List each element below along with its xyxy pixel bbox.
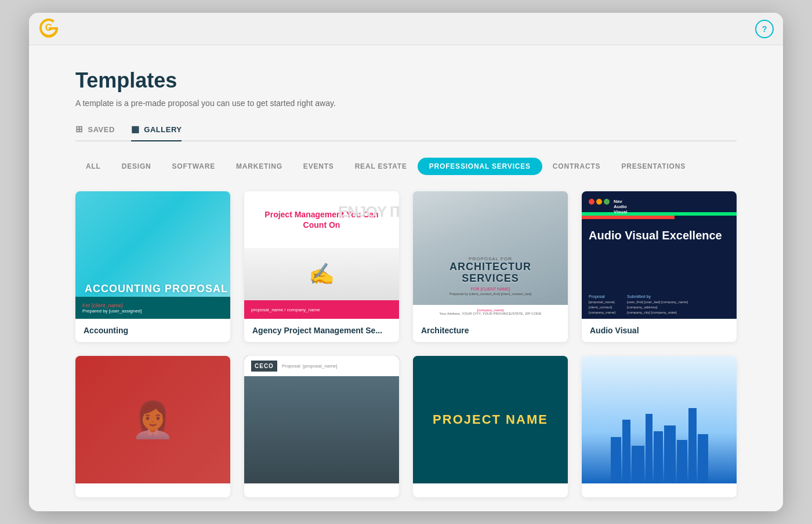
accounting-overlay-text: ACCOUNTING PROPOSAL [85,283,228,296]
arch-title: ARCHITECTUR SERVICES [422,261,559,285]
app-logo[interactable]: G [38,17,59,41]
page-title: Templates [75,68,737,93]
av-label: Audio Visual [582,319,737,342]
template-card-city[interactable] [582,356,737,497]
av-logo: Nav Audio Visual [589,199,619,205]
architecture-label: Architecture [413,319,568,342]
template-thumb-ceco: CECO Proposal: [proposal_name] [244,356,399,483]
city-buildings [611,408,708,483]
svg-text:G: G [45,23,52,32]
browser-window: G ? Templates A template is a pre-made p… [29,13,783,511]
filter-design[interactable]: DESIGN [111,158,162,175]
template-card-architecture[interactable]: PROPOSAL FOR ARCHITECTUR SERVICES FOR [C… [413,191,568,342]
agency-label: Agency Project Management Se... [244,319,399,342]
arch-footer: [company_name] Your Address, YOUR CITY, … [413,305,568,319]
ceco-header: CECO Proposal: [proposal_name] [244,356,399,376]
accounting-label: Accounting [75,319,230,342]
av-header: Nav Audio Visual [582,191,737,212]
agency-bg-text: ENJOY IT [338,203,399,221]
agency-footer: proposal_name / company_name [244,300,399,319]
template-card-accounting[interactable]: ACCOUNTING PROPOSAL For [client_name] Pr… [75,191,230,342]
filter-software[interactable]: SOFTWARE [162,158,226,175]
template-thumb-av: Nav Audio Visual Audio Visual Excellence… [582,191,737,319]
red-silhouette: 👩‍💼 [131,399,175,441]
template-card-red[interactable]: 👩‍💼 [75,356,230,497]
project-label [413,483,568,497]
filter-marketing[interactable]: MARKETING [226,158,293,175]
template-card-project[interactable]: PROJECT NAME [413,356,568,497]
filter-all[interactable]: ALL [75,158,111,175]
av-submitted-col: Submitted by [user_first] [user_last] [c… [627,294,688,314]
filter-real-estate[interactable]: REAL ESTATE [345,158,418,175]
project-name-text: PROJECT NAME [433,412,548,427]
ceco-logo: CECO [251,361,277,372]
accounting-prepared: Prepared by [user_assigned] [82,308,223,314]
page-content: Templates A template is a pre-made propo… [29,45,783,511]
template-card-av[interactable]: Nav Audio Visual Audio Visual Excellence… [582,191,737,342]
arch-bg: PROPOSAL FOR ARCHITECTUR SERVICES FOR [C… [413,191,568,305]
browser-chrome: G ? [29,13,783,45]
av-main-text: Audio Visual Excellence [582,219,737,252]
agency-hand: ✍️ [244,248,399,300]
arch-sub: FOR [CLIENT NAME] [422,287,559,291]
template-thumb-agency: Project Management You Can Count On ENJO… [244,191,399,319]
city-label [582,483,737,497]
template-thumb-project: PROJECT NAME [413,356,568,483]
filter-contracts[interactable]: CONTRACTS [542,158,611,175]
ceco-label [244,483,399,497]
tab-saved[interactable]: ⊞ SAVED [75,124,115,140]
av-bottom-cols: Proposal [proposal_name] [client_contact… [589,294,688,314]
template-card-agency-pm[interactable]: Project Management You Can Count On ENJO… [244,191,399,342]
tab-bar: ⊞ SAVED ▦ GALLERY [75,124,737,141]
page-subtitle: A template is a pre-made proposal you ca… [75,99,737,108]
template-thumb-accounting: ACCOUNTING PROPOSAL For [client_name] Pr… [75,191,230,319]
templates-grid: ACCOUNTING PROPOSAL For [client_name] Pr… [75,191,737,497]
agency-footer-text: proposal_name / company_name [251,307,320,312]
help-icon[interactable]: ? [755,20,774,38]
template-thumb-city [582,356,737,483]
red-label [75,483,230,497]
filter-professional-services[interactable]: PROFESSIONAL SERVICES [418,158,542,175]
gallery-icon: ▦ [131,124,140,134]
template-card-ceco[interactable]: CECO Proposal: [proposal_name] [244,356,399,497]
template-thumb-architecture: PROPOSAL FOR ARCHITECTUR SERVICES FOR [C… [413,191,568,319]
filter-bar: ALL DESIGN SOFTWARE MARKETING EVENTS REA… [75,158,737,175]
av-bottom: Proposal [proposal_name] [client_contact… [582,252,737,319]
template-thumb-red: 👩‍💼 [75,356,230,483]
ceco-proposal-text: Proposal: [proposal_name] [282,363,338,369]
saved-icon: ⊞ [75,124,84,134]
ceco-main-image [244,376,399,483]
filter-presentations[interactable]: PRESENTATIONS [611,158,696,175]
tab-gallery[interactable]: ▦ GALLERY [131,124,182,141]
av-proposal-col: Proposal [proposal_name] [client_contact… [589,294,615,314]
accounting-client: For [client_name] [82,303,223,308]
filter-events[interactable]: EVENTS [293,158,345,175]
